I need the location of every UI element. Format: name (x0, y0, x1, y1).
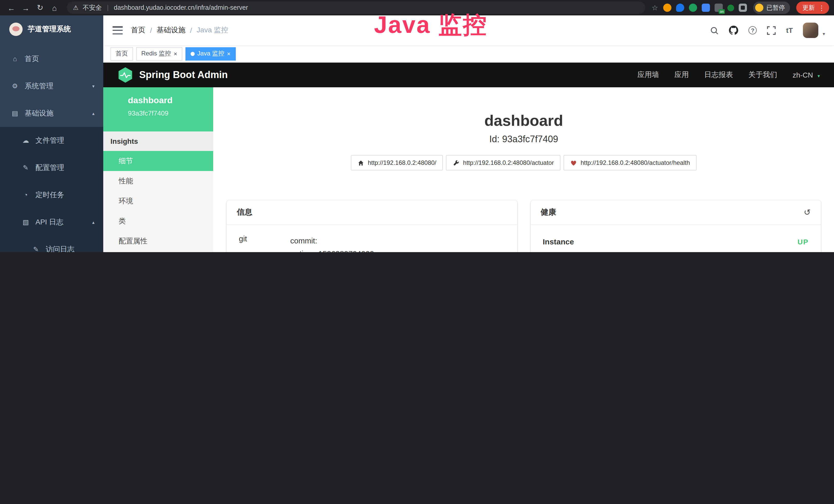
sidebar-item-home[interactable]: ⌂ 首页 (0, 45, 103, 72)
close-icon[interactable]: × (174, 51, 177, 57)
sba-menu-scheduled-tasks[interactable]: 计划任务 (103, 251, 213, 252)
warning-icon: ⚠ (73, 4, 79, 11)
sidebar-item-label: 文件管理 (36, 136, 64, 145)
sidebar-item-access-logs[interactable]: ✎ 访问日志 (0, 236, 103, 252)
sidebar-item-label: 定时任务 (36, 190, 64, 200)
profile-chip[interactable]: 已暂停 (753, 2, 790, 14)
tab-redis-monitor[interactable]: Redis 监控 × (136, 47, 182, 60)
bookmark-star-icon[interactable]: ☆ (652, 4, 658, 12)
home-icon[interactable]: ⌂ (48, 2, 61, 14)
tabs-bar: 首页 Redis 监控 × Java 监控 × (103, 45, 834, 63)
search-icon[interactable] (710, 26, 719, 35)
sidebar-item-file-mgmt[interactable]: ☁ 文件管理 (0, 127, 103, 154)
insights-menu: 细节 性能 环境 类 配置属性 计划任务 (103, 151, 213, 252)
breadcrumb-home[interactable]: 首页 (131, 26, 146, 35)
extension-icon[interactable] (727, 4, 734, 11)
infrastructure-submenu: ☁ 文件管理 ✎ 配置管理 ◔ 定时任务 ▧ API 日志 ▴ ✎ (0, 127, 103, 252)
sba-menu-details[interactable]: 细节 (103, 151, 213, 171)
sidebar-menu: ⌂ 首页 ⚙ 系统管理 ▾ ▤ 基础设施 ▴ ☁ 文件管理 ✎ 配置管 (0, 43, 103, 252)
reload-icon[interactable]: ↻ (34, 2, 46, 14)
extension-icon[interactable] (689, 4, 697, 12)
fullscreen-icon[interactable] (767, 26, 776, 35)
page-instance-id: Id: 93a3fc7f7409 (213, 134, 834, 145)
sba-menu-config-props[interactable]: 配置属性 (103, 231, 213, 251)
app-navbar: 首页 / 基础设施 / Java 监控 ? tT ▾ (103, 16, 834, 45)
sba-menu-environment[interactable]: 环境 (103, 191, 213, 211)
insights-section-label: Insights (103, 132, 213, 151)
hamburger-icon[interactable] (112, 26, 123, 35)
tab-label: Redis 监控 (141, 49, 171, 58)
card-title: 信息 (226, 200, 517, 225)
close-icon[interactable]: × (227, 51, 231, 57)
update-button[interactable]: 更新 ⋮ (796, 2, 829, 14)
forward-icon[interactable]: → (20, 2, 32, 14)
sba-logo-icon[interactable] (118, 67, 133, 83)
breadcrumb-separator: / (190, 26, 192, 35)
sba-menu-metrics[interactable]: 性能 (103, 171, 213, 191)
avatar-caret-icon[interactable]: ▾ (823, 31, 825, 37)
app-logo[interactable]: 芋道管理系统 (0, 16, 103, 43)
puzzle-icon[interactable] (739, 4, 747, 12)
back-icon[interactable]: ← (5, 2, 18, 14)
cloud-icon: ☁ (22, 137, 30, 144)
extension-icon[interactable]: on (715, 4, 723, 12)
instance-id: 93a3fc7f7409 (128, 109, 213, 117)
home-icon (357, 159, 364, 166)
spring-boot-admin: Spring Boot Admin 应用墙 应用 日志报表 关于我们 zh-CN… (103, 63, 834, 252)
gear-icon: ⚙ (11, 82, 19, 90)
address-bar[interactable]: ⚠ 不安全 | dashboard.yudao.iocoder.cn/infra… (67, 2, 645, 14)
github-icon[interactable] (729, 26, 739, 35)
tab-java-monitor[interactable]: Java 监控 × (185, 47, 236, 60)
sba-sidebar: dashboard 93a3fc7f7409 Insights 细节 性能 环境… (103, 87, 213, 252)
tab-home[interactable]: 首页 (110, 47, 133, 60)
breadcrumb-infrastructure[interactable]: 基础设施 (157, 26, 185, 35)
security-label[interactable]: 不安全 (83, 3, 102, 12)
app-logo-image (9, 23, 23, 36)
on-badge: on (719, 9, 725, 14)
sidebar-item-scheduled-jobs[interactable]: ◔ 定时任务 (0, 181, 103, 208)
instance-name: dashboard (128, 95, 213, 106)
font-size-icon[interactable]: tT (786, 26, 793, 35)
sidebar-item-label: API 日志 (36, 217, 63, 227)
sidebar-item-config-mgmt[interactable]: ✎ 配置管理 (0, 154, 103, 181)
history-icon[interactable]: ↺ (804, 207, 811, 217)
sba-content: dashboard Id: 93a3fc7f7409 http://192.16… (213, 87, 834, 252)
heart-icon (570, 159, 577, 166)
sidebar-item-api-logs[interactable]: ▧ API 日志 ▴ (0, 208, 103, 236)
user-avatar[interactable] (803, 23, 818, 38)
chevron-down-icon: ▾ (817, 73, 820, 78)
link-text: http://192.168.0.2:48080/actuator (463, 159, 554, 166)
help-icon[interactable]: ? (749, 26, 757, 35)
extension-icon[interactable] (702, 4, 710, 12)
url-text[interactable]: dashboard.yudao.iocoder.cn/infra/admin-s… (114, 4, 248, 11)
sidebar-item-infrastructure[interactable]: ▤ 基础设施 ▴ (0, 100, 103, 127)
health-url-link[interactable]: http://192.168.0.2:48080/actuator/health (564, 155, 697, 170)
actuator-url-link[interactable]: http://192.168.0.2:48080/actuator (446, 155, 561, 170)
chevron-up-icon: ▴ (92, 220, 94, 225)
info-key: git (239, 234, 290, 252)
info-value: commit: time: 1596289704000 id: 27aa832 … (290, 234, 505, 252)
tab-label: Java 监控 (197, 49, 224, 58)
instance-links: http://192.168.0.2:48080/ http://192.168… (213, 155, 834, 170)
infrastructure-icon: ▤ (11, 109, 19, 117)
locale-select[interactable]: zh-CN ▾ (793, 71, 820, 79)
sba-nav-applications[interactable]: 应用 (675, 70, 689, 79)
menu-dots-icon[interactable]: ⋮ (818, 4, 825, 12)
sba-nav-journal[interactable]: 日志报表 (704, 70, 733, 79)
instance-header: dashboard 93a3fc7f7409 (103, 87, 213, 132)
sidebar-item-system-mgmt[interactable]: ⚙ 系统管理 ▾ (0, 72, 103, 100)
extension-icon[interactable] (663, 4, 672, 12)
health-instance-label: Instance (543, 237, 574, 246)
sba-nav-wallboard[interactable]: 应用墙 (637, 70, 659, 79)
sba-menu-classes[interactable]: 类 (103, 211, 213, 231)
sidebar-item-label: 基础设施 (25, 109, 53, 118)
locale-value: zh-CN (793, 71, 813, 79)
health-card: 健康 ↺ Instance UP (530, 200, 821, 252)
service-url-link[interactable]: http://192.168.0.2:48080/ (351, 155, 443, 170)
main-area: 首页 / 基础设施 / Java 监控 ? tT ▾ (103, 16, 834, 252)
status-badge: UP (797, 237, 809, 246)
extension-icon[interactable] (676, 4, 684, 12)
sba-brand[interactable]: Spring Boot Admin (139, 69, 228, 81)
sba-nav-about[interactable]: 关于我们 (748, 70, 777, 79)
git-time-line: time: 1596289704000 (290, 247, 505, 252)
